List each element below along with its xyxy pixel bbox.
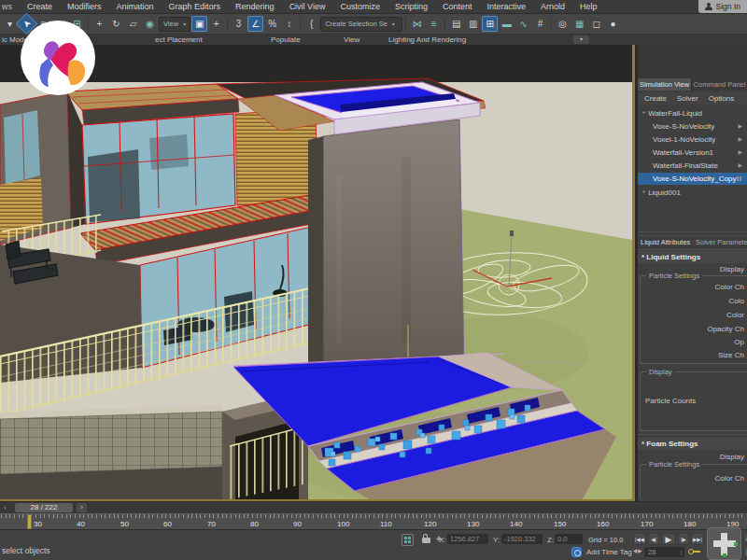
ribbon-more-icon[interactable]: ▾	[573, 35, 589, 44]
use-pivot-center-icon[interactable]: ▣	[191, 16, 207, 32]
coordinate-system-value: View	[163, 20, 178, 28]
tree-root-waterfall-liquid[interactable]: *WaterFall-Liquid	[638, 107, 747, 119]
menu-item-rendering[interactable]: Rendering	[228, 2, 282, 11]
timeline-playhead[interactable]	[27, 514, 32, 529]
viewport-canvas[interactable]	[0, 45, 632, 499]
tick-label: 130	[467, 520, 479, 528]
tick-label: 160	[597, 520, 609, 528]
z-coordinate-field[interactable]: 0.0	[555, 534, 583, 544]
tab-simulation-view[interactable]: Simulation View	[638, 78, 692, 91]
frame-spinner-icon[interactable]: ↕	[680, 547, 684, 557]
menu-item-interactive[interactable]: Interactive	[480, 2, 534, 11]
sim-menu-create[interactable]: Create	[644, 94, 667, 103]
isolate-selection-icon[interactable]	[402, 534, 414, 546]
render-production-icon[interactable]: ●	[605, 16, 621, 32]
previous-frame-button[interactable]: ◀|	[648, 533, 659, 545]
key-mode-toggle[interactable]: ◀▶	[633, 548, 642, 553]
menu-item-arnold[interactable]: Arnold	[533, 2, 572, 11]
named-selection-set-field[interactable]: Create Selection Se ▾	[320, 17, 402, 32]
reference-coordinate-dropdown[interactable]: View ▾	[159, 17, 190, 32]
ribbon-tab-lighting-and-rendering[interactable]: Lighting And Rendering	[388, 35, 466, 44]
tab-liquid-attributes[interactable]: Liquid Attributes	[641, 238, 690, 246]
timeline-ruler[interactable]: 30 40 50 60 70 80 90 100 110 120 130 140…	[0, 513, 747, 530]
toggle-layers-icon[interactable]: ▥	[465, 16, 481, 32]
chevron-right-icon[interactable]: ▶	[738, 147, 742, 159]
tree-root-liquid001[interactable]: *Liquid001	[638, 187, 747, 199]
ribbon-tab-populate[interactable]: Populate	[271, 35, 301, 44]
set-key-button-clipped[interactable]: Se	[743, 546, 747, 558]
align-icon[interactable]: ≡	[426, 16, 442, 32]
go-to-start-button[interactable]: |◀◀	[633, 533, 646, 545]
simulation-menu: Create Solver Options	[638, 92, 747, 105]
tick-label: 40	[77, 520, 85, 528]
play-button[interactable]: ▶	[661, 533, 676, 545]
menu-item-modifiers[interactable]: Modifiers	[60, 2, 109, 11]
layer-explorer-icon[interactable]: ▤	[448, 16, 464, 32]
chevron-right-icon[interactable]: ▶	[738, 133, 742, 146]
sign-in-button[interactable]: Sign In	[698, 0, 747, 13]
menu-item-create[interactable]: Create	[20, 2, 60, 11]
next-frame-button[interactable]: |▶	[678, 533, 689, 545]
liquid-display-label: Display	[720, 265, 744, 273]
selection-lock-icon[interactable]	[422, 538, 430, 543]
y-coordinate-field[interactable]: -1920.332	[501, 534, 543, 544]
rollout-liquid-settings[interactable]: * Liquid Settings	[638, 251, 747, 263]
tick-label: 50	[120, 520, 129, 528]
menu-item-civil-view[interactable]: Civil View	[282, 2, 333, 11]
menu-item-animation[interactable]: Animation	[109, 2, 162, 11]
edit-named-selection-sets-icon[interactable]: {	[303, 16, 319, 32]
auto-key-button-clipped[interactable]: Au	[743, 532, 747, 544]
user-icon	[705, 3, 712, 10]
chevron-right-icon[interactable]: ▶	[738, 160, 742, 172]
menu-item-scripting[interactable]: Scripting	[388, 2, 435, 11]
rollout-foam-settings[interactable]: * Foam Settings	[638, 438, 747, 450]
material-editor-icon[interactable]: ◎	[555, 16, 571, 32]
ribbon-toggle-icon[interactable]: ▬	[499, 16, 514, 32]
menu-bar: ws Create Modifiers Animation Graph Edit…	[0, 0, 747, 14]
tree-item-voxel-1-novelocity[interactable]: Voxel-1-NoVelocity ▶	[638, 133, 747, 146]
chevron-right-icon[interactable]: ▶	[738, 120, 742, 133]
rendered-frame-window-icon[interactable]: ◻	[588, 16, 604, 32]
current-frame-field[interactable]: 28 ↕	[644, 547, 684, 557]
application-window: ws Create Modifiers Animation Graph Edit…	[0, 0, 747, 560]
set-key-icon[interactable]	[688, 549, 701, 555]
tab-command-panel[interactable]: Command Panel	[692, 78, 747, 91]
select-and-place-icon[interactable]: ◉	[142, 16, 158, 32]
menu-item-help[interactable]: Help	[572, 2, 605, 11]
schematic-view-icon[interactable]: #	[532, 16, 548, 32]
next-frame-arrow[interactable]: ›	[77, 503, 87, 512]
sim-menu-options[interactable]: Options	[709, 94, 735, 103]
toolbar-separator	[444, 18, 445, 30]
scene-explorer-icon[interactable]: ⊞	[482, 16, 498, 32]
x-coordinate-field[interactable]: 1256.827	[447, 534, 488, 544]
tree-item-voxe-s-novelocity[interactable]: Voxe-S-NoVelocity ▶	[638, 120, 747, 133]
render-setup-icon[interactable]: ▦	[571, 16, 587, 32]
snap-toggle-3d-icon[interactable]: 3	[231, 16, 247, 32]
mirror-icon[interactable]: ⋈	[409, 16, 425, 32]
sim-menu-solver[interactable]: Solver	[677, 94, 698, 103]
ribbon-tab-view[interactable]: View	[344, 35, 359, 44]
menu-item-graph-editors[interactable]: Graph Editors	[162, 2, 229, 11]
percent-snap-icon[interactable]: %	[264, 16, 280, 32]
tick-label: 110	[380, 520, 392, 528]
select-and-rotate-icon[interactable]: ↻	[108, 16, 124, 32]
curve-editor-icon[interactable]: ∿	[515, 16, 531, 32]
tree-item-waterfall-finalstate[interactable]: Waterfall-FinalState ▶	[638, 160, 747, 172]
add-time-tag-icon[interactable]	[571, 547, 582, 557]
tab-solver-parameters[interactable]: Solver Parameters	[696, 238, 747, 246]
spinner-snap-icon[interactable]: ↕	[281, 16, 297, 32]
tree-item-voxe-s-novelocity-copy[interactable]: Voxe-S-NoVelocity_Copy II	[638, 173, 747, 185]
go-to-end-button[interactable]: ▶▶|	[691, 533, 704, 545]
ribbon-tab-object-placement[interactable]: ect Placement	[155, 35, 203, 44]
select-and-manipulate-icon[interactable]: +	[208, 16, 224, 32]
large-plus-button[interactable]	[707, 527, 741, 560]
menu-item-views-clipped[interactable]: ws	[0, 2, 20, 11]
menu-item-customize[interactable]: Customize	[332, 2, 388, 11]
tree-item-waterfall-version1[interactable]: Waterfall-Version1 ▶	[638, 147, 747, 159]
add-time-tag-label[interactable]: Add Time Tag	[586, 548, 632, 556]
select-and-scale-icon[interactable]: ▱	[125, 16, 141, 32]
viewport[interactable]	[0, 45, 635, 501]
angle-snap-icon[interactable]: ∠	[247, 16, 263, 32]
menu-item-content[interactable]: Content	[435, 2, 480, 11]
status-bar: select objects ⌖ X: 1256.827 Y: -1920.33…	[0, 529, 747, 560]
